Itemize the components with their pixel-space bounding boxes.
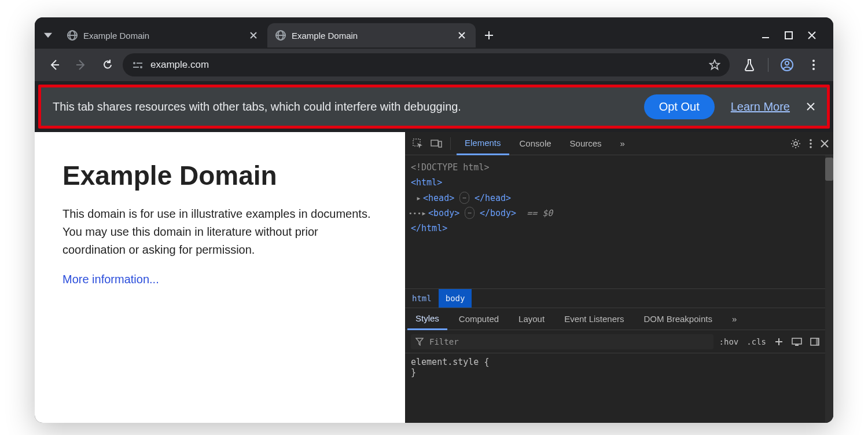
back-button[interactable] [43, 53, 66, 76]
computed-tab[interactable]: Computed [451, 308, 507, 330]
globe-icon [67, 30, 78, 41]
rendered-page: Example Domain This domain is for use in… [35, 132, 405, 423]
hov-toggle[interactable]: :hov [719, 337, 739, 346]
address-bar[interactable]: example.com [123, 53, 730, 76]
console-tab[interactable]: Console [512, 132, 560, 155]
more-information-link[interactable]: More information... [62, 273, 159, 286]
sources-tab[interactable]: Sources [562, 132, 610, 155]
devtools-scrollbar[interactable] [825, 155, 833, 423]
devtools-tabbar: Elements Console Sources » [405, 132, 833, 155]
styles-tab[interactable]: Styles [407, 308, 447, 330]
dom-selected-indicator: == $0 [527, 208, 553, 218]
new-tab-button[interactable] [479, 25, 499, 45]
learn-more-link[interactable]: Learn More [731, 100, 790, 114]
close-window-button[interactable] [808, 31, 816, 39]
maximize-button[interactable] [785, 31, 793, 39]
svg-rect-0 [762, 37, 769, 38]
infobar-close-button[interactable] [806, 102, 815, 111]
opt-out-button[interactable]: Opt Out [644, 94, 715, 119]
svg-point-16 [810, 142, 812, 145]
svg-rect-18 [792, 338, 801, 344]
debug-infobar: This tab shares resources with other tab… [38, 85, 830, 129]
svg-rect-19 [795, 345, 799, 346]
svg-rect-3 [137, 63, 142, 64]
close-tab-button[interactable] [248, 30, 259, 41]
content-area: Example Domain This domain is for use in… [35, 132, 833, 423]
styles-tabbar: Styles Computed Layout Event Listeners D… [405, 308, 825, 330]
site-info-icon[interactable] [132, 61, 144, 69]
layout-tab[interactable]: Layout [510, 308, 553, 330]
devtools-close-icon[interactable] [821, 140, 829, 148]
svg-point-15 [810, 139, 812, 141]
labs-icon[interactable] [738, 53, 761, 76]
forward-button[interactable] [69, 53, 93, 76]
page-paragraph: This domain is for use in illustrative e… [62, 205, 377, 259]
chrome-menu-button[interactable] [802, 53, 825, 76]
url-text: example.com [150, 59, 209, 71]
scrollbar-thumb[interactable] [825, 158, 833, 181]
device-toolbar-icon[interactable] [428, 139, 444, 148]
minimize-button[interactable] [762, 31, 770, 39]
devtools-settings-icon[interactable] [790, 138, 801, 149]
style-rule-line: } [411, 367, 819, 378]
profile-icon[interactable] [775, 53, 799, 76]
more-tabs-button[interactable]: » [612, 132, 633, 155]
computed-styles-icon[interactable] [792, 338, 802, 346]
inspect-element-icon[interactable] [410, 138, 426, 149]
window-controls [749, 31, 829, 39]
filter-placeholder: Filter [429, 337, 459, 346]
svg-point-14 [794, 142, 797, 145]
crumb-html[interactable]: html [405, 289, 439, 308]
dom-breakpoints-tab[interactable]: DOM Breakpoints [636, 308, 720, 330]
browser-window: Example Domain Example Domain [35, 17, 833, 423]
tab-active[interactable]: Example Domain [267, 23, 476, 47]
filter-icon [415, 338, 424, 346]
dom-breadcrumbs: html body [405, 288, 825, 308]
svg-point-8 [812, 60, 815, 62]
svg-point-9 [812, 64, 815, 66]
svg-rect-1 [785, 32, 792, 39]
crumb-body[interactable]: body [439, 289, 472, 308]
close-tab-button[interactable] [456, 30, 468, 41]
styles-filter-bar: Filter :hov .cls [405, 330, 825, 353]
dom-doctype: <!DOCTYPE html> [411, 162, 489, 173]
svg-point-2 [133, 62, 135, 64]
svg-point-17 [810, 146, 812, 148]
svg-rect-21 [816, 338, 819, 345]
tab-inactive[interactable]: Example Domain [59, 23, 267, 47]
dom-tree[interactable]: <!DOCTYPE html> <html> ▸<head> ⋯ </head>… [405, 155, 825, 288]
new-style-rule-icon[interactable] [774, 337, 784, 346]
styles-filter-input[interactable]: Filter [411, 334, 713, 349]
page-heading: Example Domain [62, 160, 377, 191]
infobar-message: This tab shares resources with other tab… [53, 100, 628, 114]
elements-tab[interactable]: Elements [457, 132, 509, 155]
more-style-tabs[interactable]: » [724, 308, 745, 330]
cls-toggle[interactable]: .cls [746, 337, 766, 346]
reload-button[interactable] [96, 53, 119, 76]
svg-rect-13 [439, 141, 442, 147]
bookmark-star-icon[interactable] [709, 59, 720, 71]
svg-rect-5 [133, 67, 139, 68]
tab-search-button[interactable] [39, 27, 57, 44]
svg-rect-12 [431, 140, 438, 146]
tab-strip: Example Domain Example Domain [35, 17, 833, 49]
tab-title: Example Domain [83, 31, 242, 41]
devtools-menu-icon[interactable] [809, 138, 812, 149]
svg-point-7 [785, 61, 789, 65]
devtools-panel: Elements Console Sources » [405, 132, 833, 423]
svg-point-4 [140, 66, 142, 68]
toolbar: example.com [35, 49, 833, 81]
tab-title: Example Domain [292, 31, 450, 41]
dom-html-open: <html> [411, 177, 442, 188]
styles-body[interactable]: element.style { } [405, 353, 825, 381]
globe-icon [275, 30, 286, 41]
dom-html-close: </html> [411, 223, 447, 233]
styles-pane-toggle-icon[interactable] [810, 338, 819, 346]
style-rule-line: element.style { [411, 357, 819, 367]
svg-point-10 [812, 68, 815, 70]
event-listeners-tab[interactable]: Event Listeners [556, 308, 632, 330]
